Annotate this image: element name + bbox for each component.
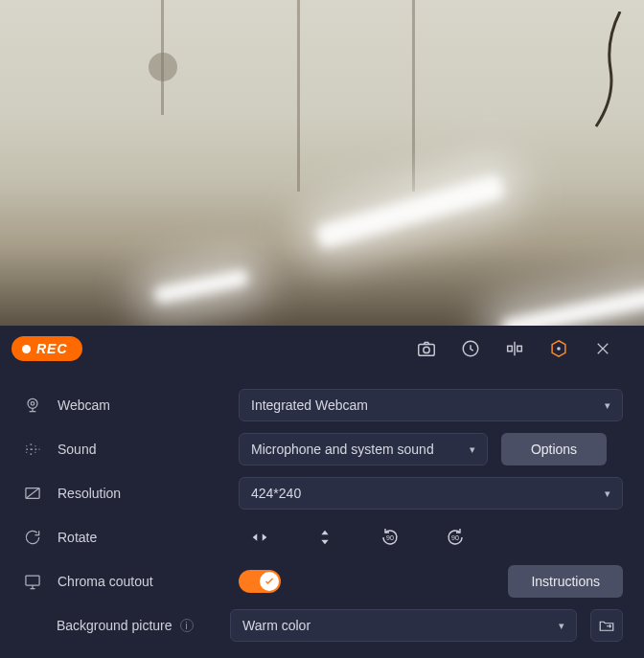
flip-vertical-icon (314, 527, 335, 548)
background-label: Background picture i (57, 618, 217, 633)
rotate-right-90-button[interactable]: 90 (440, 522, 471, 553)
background-label-text: Background picture (57, 618, 172, 633)
rotate-icon (21, 528, 44, 547)
rotate-left-90-button[interactable]: 90 (375, 522, 405, 553)
webcam-preview (0, 0, 644, 326)
align-center-icon (504, 338, 525, 359)
sound-label: Sound (58, 442, 225, 457)
svg-rect-0 (419, 344, 435, 355)
folder-arrow-icon (598, 617, 615, 634)
ceiling-dome-decor (149, 53, 177, 81)
rotate-left-90-icon: 90 (379, 526, 402, 549)
camera-icon (416, 338, 437, 359)
settings-button[interactable] (537, 326, 581, 372)
webcam-icon (21, 396, 44, 415)
flip-horizontal-button[interactable] (244, 522, 275, 553)
rotate-right-90-icon: 90 (444, 526, 467, 549)
chroma-row: Chroma coutout Instructions (21, 559, 623, 603)
svg-text:90: 90 (386, 534, 394, 541)
resolution-label: Resolution (58, 486, 225, 501)
webcam-select-value: Integrated Webcam (251, 397, 368, 413)
svg-rect-4 (518, 346, 522, 352)
record-button[interactable]: REC (12, 336, 82, 361)
controls-panel: REC Webcam Integrated Webcam (0, 326, 644, 658)
record-label: REC (36, 341, 68, 356)
webcam-select[interactable]: Integrated Webcam ▾ (239, 389, 623, 421)
browse-background-button[interactable] (590, 609, 623, 642)
svg-point-1 (424, 347, 429, 352)
rotate-label: Rotate (58, 530, 225, 545)
webcam-row: Webcam Integrated Webcam ▾ (21, 383, 623, 427)
chevron-down-icon: ▾ (470, 443, 475, 456)
pipe-decor (297, 0, 300, 192)
svg-text:90: 90 (451, 534, 459, 541)
sound-icon (21, 440, 44, 459)
light-decor (500, 286, 644, 326)
resolution-row: Resolution 424*240 ▾ (21, 471, 623, 515)
chroma-label: Chroma coutout (58, 574, 225, 589)
resolution-icon (21, 484, 44, 503)
sound-row: Sound Microphone and system sound ▾ Opti… (21, 427, 623, 471)
pipe-decor (412, 0, 415, 192)
background-select[interactable]: Warm color ▾ (230, 609, 577, 642)
check-icon (264, 576, 275, 587)
instructions-button[interactable]: Instructions (508, 565, 623, 598)
split-button[interactable] (493, 326, 537, 372)
webcam-label: Webcam (58, 397, 225, 413)
chevron-down-icon: ▾ (559, 620, 564, 632)
svg-point-5 (557, 347, 561, 351)
light-decor (314, 173, 505, 250)
flip-vertical-button[interactable] (310, 522, 340, 553)
chevron-down-icon: ▾ (605, 488, 610, 500)
svg-rect-11 (26, 576, 39, 585)
light-decor (152, 268, 250, 305)
flip-horizontal-icon (249, 527, 270, 548)
resolution-select[interactable]: 424*240 ▾ (239, 477, 623, 510)
rotate-row: Rotate 90 90 (21, 515, 623, 559)
background-row: Background picture i Warm color ▾ (21, 603, 623, 647)
hex-target-icon (548, 338, 569, 359)
crack-decor (567, 11, 625, 146)
record-dot-icon (22, 345, 31, 353)
sound-select-value: Microphone and system sound (251, 442, 434, 457)
resolution-select-value: 424*240 (251, 486, 301, 501)
sound-select[interactable]: Microphone and system sound ▾ (239, 433, 488, 465)
chroma-icon (21, 572, 44, 591)
chroma-toggle[interactable] (239, 570, 281, 593)
info-icon[interactable]: i (180, 619, 194, 632)
svg-point-7 (31, 402, 34, 406)
svg-rect-3 (508, 346, 513, 352)
svg-point-6 (28, 398, 37, 408)
clock-icon (460, 338, 481, 359)
toolbar: REC (0, 326, 644, 372)
schedule-button[interactable] (448, 326, 493, 372)
close-icon (594, 340, 611, 357)
options-button[interactable]: Options (501, 433, 607, 465)
chevron-down-icon: ▾ (605, 399, 610, 412)
background-select-value: Warm color (242, 618, 310, 633)
close-button[interactable] (581, 326, 625, 372)
snapshot-button[interactable] (404, 326, 448, 372)
toggle-knob (260, 572, 279, 591)
